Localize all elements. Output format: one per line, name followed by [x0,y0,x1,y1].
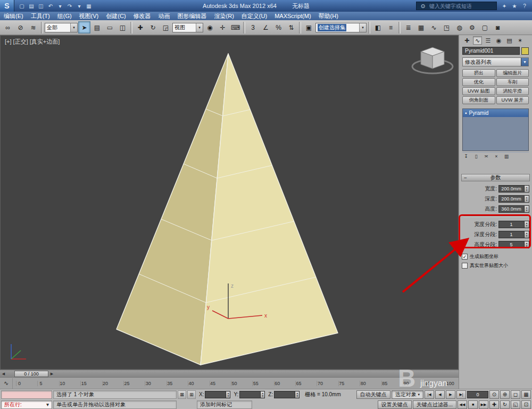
x-coordinate-field[interactable]: ▴▾ [205,391,230,398]
percent-snap-icon[interactable]: % [272,21,285,34]
select-and-link-icon[interactable]: ∞ [2,21,14,34]
pan-view-icon[interactable]: ✚ [489,400,499,409]
tab-modify[interactable]: ∿ [473,36,482,45]
auto-key-button[interactable]: 自动关键点 [356,390,390,399]
menu-item[interactable]: 自定义(U) [238,12,271,21]
key-step-back-button[interactable]: ◀◀ [458,400,467,409]
new-scene-icon[interactable]: ▢ [18,2,26,10]
redo-dropdown-icon[interactable]: ▾ [75,2,84,10]
menu-item[interactable]: 工具(T) [27,12,54,21]
save-file-icon[interactable]: ◫ [37,2,45,10]
parameter-spinner-field[interactable]: 200.0mm▴▾ [498,195,529,203]
spinner-down-icon[interactable]: ▾ [526,189,528,191]
curve-editor-icon[interactable]: ∿ [428,21,440,34]
select-and-move-icon[interactable]: ✚ [134,21,146,34]
tab-create[interactable]: ✚ [462,36,471,45]
spinner-snap-icon[interactable]: ⇅ [285,21,297,34]
key-mode-dropdown[interactable]: 选定对象 ▾ [392,390,423,399]
viewport-label[interactable]: [+] [正交] [真实+边面] [5,38,60,46]
undo-dropdown-icon[interactable]: ▾ [56,2,64,10]
spinner-arrows-icon[interactable]: ▴▾ [524,231,529,238]
parameter-spinner-field[interactable]: 1▴▾ [498,221,529,228]
spinner-down-icon[interactable]: ▾ [526,199,528,202]
select-object-icon[interactable]: ➤ [78,21,90,34]
spinner-arrows-icon[interactable]: ▴▾ [260,391,264,398]
menu-item[interactable]: 图形编辑器 [174,12,211,21]
set-key-button[interactable]: 设置关键点 [378,400,412,409]
track-bar[interactable]: ∿ 05101520253035404550556065707580859095… [0,377,459,389]
modifier-button[interactable]: 编辑面片 [496,69,529,77]
rectangular-selection-region-icon[interactable]: ▭ [104,21,116,34]
chevron-down-icon[interactable]: ▾ [70,23,77,32]
menu-item[interactable]: 修改器 [130,12,155,21]
current-frame-field[interactable]: 0 [467,391,488,398]
stack-item-pyramid[interactable]: ▪ Pyramid [463,109,528,117]
chevron-down-icon[interactable]: ▾ [359,23,366,32]
tab-display[interactable]: ▤ [505,36,514,45]
undo-icon[interactable]: ↶ [46,2,55,10]
tab-motion[interactable]: ◉ [494,36,503,45]
application-menu-logo-icon[interactable]: S [0,0,14,12]
z-coordinate-field[interactable]: ▴▾ [274,391,300,398]
field-of-view-icon[interactable]: ◱ [511,400,520,409]
menu-item[interactable]: 渲染(R) [211,12,238,21]
stop-button[interactable]: ■ [468,400,478,409]
modifier-button[interactable]: 挤出 [462,69,495,77]
add-time-tag[interactable]: 添加时间标记 [197,400,252,409]
open-mini-curve-editor-button[interactable]: ∿ [0,378,13,389]
select-and-rotate-icon[interactable]: ↻ [147,21,159,34]
show-end-result-icon[interactable]: ▯ [472,154,480,159]
render-production-icon[interactable]: ◙ [492,21,504,34]
modifier-stack[interactable]: ▪ Pyramid [462,108,529,151]
key-filters-button[interactable]: 关键点过滤器... [413,400,456,409]
chevron-down-icon[interactable]: ▾ [196,23,203,32]
pin-stack-icon[interactable]: ↧ [462,154,470,159]
parameter-spinner-field[interactable]: 5▴▾ [498,241,529,248]
parameter-spinner-field[interactable]: 360.0mm▴▾ [498,205,529,213]
zoom-icon[interactable]: ⊙ [489,390,499,399]
modifier-list-dropdown[interactable]: 修改器列表 ▼ [462,57,529,66]
window-crossing-icon[interactable]: ◫ [117,21,129,34]
checkbox-row[interactable]: 真实世界贴图大小 [459,261,532,270]
listener-dropdown-icon[interactable]: ▾ [46,402,49,407]
select-and-manipulate-icon[interactable]: ✛ [217,21,229,34]
key-step-forward-button[interactable]: ▶▶ [479,400,488,409]
object-name-field[interactable]: Pyramid001 [462,47,520,55]
go-to-start-button[interactable]: |◀ [425,390,434,399]
edit-named-selection-sets-icon[interactable]: ▣ [303,21,315,34]
spinner-arrows-icon[interactable]: ▴▾ [524,206,529,212]
schematic-view-icon[interactable]: ◳ [440,21,453,34]
spinner-arrows-icon[interactable]: ▴▾ [295,391,299,398]
unlink-selection-icon[interactable]: ⊘ [14,21,27,34]
parameter-spinner-field[interactable]: 200.0mm▴▾ [498,185,529,193]
previous-frame-button[interactable]: ◀ [435,390,445,399]
menu-item[interactable]: 创建(C) [102,12,129,21]
zoom-extents-icon[interactable]: ◻ [511,390,520,399]
checkbox-icon[interactable] [462,263,468,269]
align-icon[interactable]: ≡ [385,21,397,34]
spinner-down-icon[interactable]: ▾ [526,224,528,227]
time-slider-row[interactable]: ◀ 0 / 100 ▶ [0,370,459,377]
menu-item[interactable]: 帮助(H) [315,12,342,21]
spinner-arrows-icon[interactable]: ▴▾ [226,391,230,398]
menu-item[interactable]: 编辑(E) [0,12,27,21]
modifier-button[interactable]: 涡轮平滑 [496,87,529,95]
spinner-arrows-icon[interactable]: ▴▾ [524,221,529,228]
open-file-icon[interactable]: ▤ [27,2,36,10]
bind-to-space-warp-icon[interactable]: ≋ [27,21,39,34]
graphite-modeling-icon[interactable]: ▦ [415,21,427,34]
redo-icon[interactable]: ↷ [65,2,74,10]
spinner-arrows-icon[interactable]: ▴▾ [524,241,529,248]
play-button[interactable]: ▶ [446,390,455,399]
absolute-offset-mode-toggle[interactable]: ⊞ [187,390,196,399]
menu-item[interactable]: MAXScript(M) [271,12,314,20]
zoom-all-icon[interactable]: ⊕ [500,390,510,399]
modifier-button[interactable]: 车削 [496,78,529,86]
maxscript-macro-recorder-cell[interactable] [1,390,52,399]
menu-item[interactable]: 组(G) [54,12,76,21]
spinner-arrows-icon[interactable]: ▴▾ [524,196,529,202]
render-setup-icon[interactable]: ⚙ [466,21,478,34]
viewport[interactable]: [+] [正交] [真实+边面] [0,35,459,370]
reference-coordinate-system-dropdown[interactable]: 视图▾ [172,23,203,32]
menu-item[interactable]: 视图(V) [76,12,103,21]
